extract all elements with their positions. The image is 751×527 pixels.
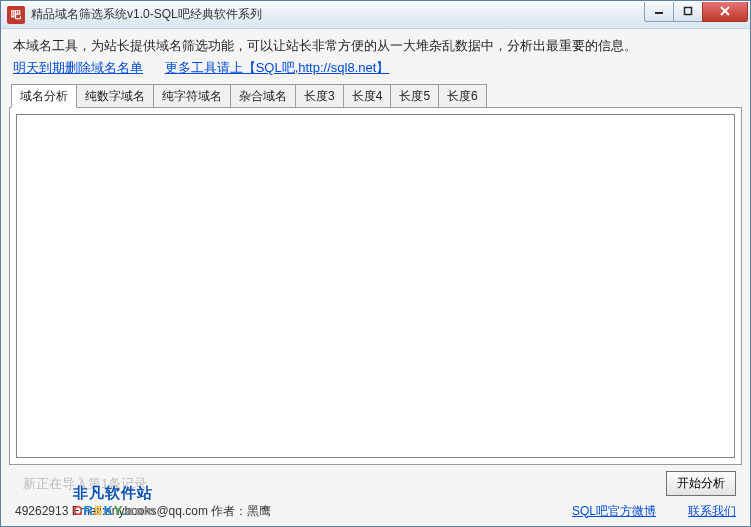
link-more-tools[interactable]: 更多工具请上【SQL吧,http://sql8.net】 xyxy=(165,60,390,75)
analyze-button[interactable]: 开始分析 xyxy=(666,471,736,496)
link-weibo[interactable]: SQL吧官方微博 xyxy=(572,503,656,520)
window-controls xyxy=(645,2,748,22)
tab-len4[interactable]: 长度4 xyxy=(343,84,392,108)
tab-alpha[interactable]: 纯字符域名 xyxy=(153,84,231,108)
tab-strip: 域名分析 纯数字域名 纯字符域名 杂合域名 长度3 长度4 长度5 长度6 xyxy=(7,84,744,108)
action-row: 新正在导入第1条记录 开始分析 xyxy=(7,465,744,498)
footer-contact: 49262913 Email:anybooks@qq.com 作者：黑鹰 xyxy=(15,503,572,520)
tab-len5[interactable]: 长度5 xyxy=(390,84,439,108)
titlebar: 吧 精品域名筛选系统v1.0-SQL吧经典软件系列 xyxy=(1,1,750,29)
window-body: 本域名工具，为站长提供域名筛选功能，可以让站长非常方便的从一大堆杂乱数据中，分析… xyxy=(1,29,750,526)
app-icon: 吧 xyxy=(7,6,25,24)
link-contact-us[interactable]: 联系我们 xyxy=(688,503,736,520)
tab-len3[interactable]: 长度3 xyxy=(295,84,344,108)
tab-numeric[interactable]: 纯数字域名 xyxy=(76,84,154,108)
maximize-button[interactable] xyxy=(673,2,703,22)
tab-content xyxy=(9,107,742,465)
footer: 49262913 Email:anybooks@qq.com 作者：黑鹰 SQL… xyxy=(7,498,744,524)
textarea-wrap xyxy=(16,114,735,458)
svg-rect-1 xyxy=(685,8,692,15)
tab-analysis[interactable]: 域名分析 xyxy=(11,84,77,108)
links-row: 明天到期删除域名名单 更多工具请上【SQL吧,http://sql8.net】 xyxy=(7,57,744,83)
minimize-button[interactable] xyxy=(644,2,674,22)
app-window: 吧 精品域名筛选系统v1.0-SQL吧经典软件系列 本域名工具，为站长提供域名筛… xyxy=(0,0,751,527)
tab-len6[interactable]: 长度6 xyxy=(438,84,487,108)
link-deleted-domains[interactable]: 明天到期删除域名名单 xyxy=(13,60,143,75)
domain-input-textarea[interactable] xyxy=(16,114,735,458)
window-title: 精品域名筛选系统v1.0-SQL吧经典软件系列 xyxy=(31,6,645,23)
tab-mixed[interactable]: 杂合域名 xyxy=(230,84,296,108)
intro-text: 本域名工具，为站长提供域名筛选功能，可以让站长非常方便的从一大堆杂乱数据中，分析… xyxy=(7,33,744,57)
status-ghost-text: 新正在导入第1条记录 xyxy=(9,475,147,493)
close-button[interactable] xyxy=(702,2,748,22)
